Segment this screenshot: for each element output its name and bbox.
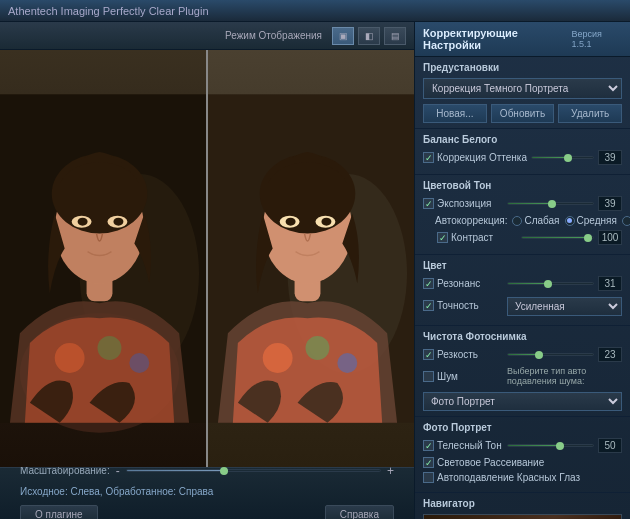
exposure-row: Экспозиция 39 bbox=[423, 196, 622, 211]
resonance-slider[interactable] bbox=[507, 282, 594, 285]
panel-title: Корректирующие Настройки bbox=[423, 27, 572, 51]
svg-point-8 bbox=[52, 154, 148, 234]
preset-buttons: Новая... Обновить Удалить bbox=[423, 104, 622, 123]
portrait-section: Фото Портрет Телесный Тон 50 Световое Ра… bbox=[415, 417, 630, 493]
autocorr-row: Автокоррекция: Слабая Средняя Сильная bbox=[423, 215, 622, 226]
exposure-slider[interactable] bbox=[507, 202, 594, 205]
contrast-row: Контраст 100 bbox=[423, 230, 622, 245]
processed-image bbox=[208, 50, 414, 467]
wb-checkbox-label[interactable]: Коррекция Оттенка bbox=[423, 152, 527, 163]
delete-preset-button[interactable]: Удалить bbox=[558, 104, 622, 123]
split-label: Исходное: Слева, Обработанное: Справа bbox=[20, 486, 213, 497]
precision-select[interactable]: Усиленная bbox=[507, 297, 622, 316]
contrast-checkbox-label[interactable]: Контраст bbox=[437, 232, 517, 243]
diffusion-label: Световое Рассеивание bbox=[437, 457, 544, 468]
wb-row: Коррекция Оттенка 39 bbox=[423, 150, 622, 165]
redeye-checkbox-label[interactable]: Автоподавление Красных Глаз bbox=[423, 472, 580, 483]
noise-checkbox[interactable] bbox=[423, 371, 434, 382]
color-title: Цвет bbox=[423, 260, 622, 271]
presets-title: Предустановки bbox=[423, 62, 622, 73]
clarity-title: Чистота Фотоснимка bbox=[423, 331, 622, 342]
noise-type-select[interactable]: Фото Портрет bbox=[423, 392, 622, 411]
contrast-label: Контраст bbox=[451, 232, 493, 243]
precision-row: Точность Усиленная bbox=[423, 295, 622, 316]
precision-checkbox[interactable] bbox=[423, 300, 434, 311]
svg-point-12 bbox=[113, 218, 123, 226]
display-mode-bar: Режим Отображения ▣ ◧ ▤ bbox=[0, 22, 414, 50]
diffusion-checkbox-label[interactable]: Световое Рассеивание bbox=[423, 457, 544, 468]
clarity-section: Чистота Фотоснимка Резкость 23 Шум Выбер… bbox=[415, 326, 630, 417]
wb-title: Баланс Белого bbox=[423, 134, 622, 145]
skin-tone-label: Телесный Тон bbox=[437, 440, 502, 451]
svg-point-11 bbox=[78, 218, 88, 226]
help-button[interactable]: Справка bbox=[325, 505, 394, 520]
rb-weak-label: Слабая bbox=[524, 215, 559, 226]
exposure-checkbox-label[interactable]: Экспозиция bbox=[423, 198, 503, 209]
sharpness-value: 23 bbox=[598, 347, 622, 362]
radio-medium[interactable]: Средняя bbox=[565, 215, 617, 226]
mode-btn-left[interactable]: ◧ bbox=[358, 27, 380, 45]
diffusion-checkbox[interactable] bbox=[423, 457, 434, 468]
redeye-row: Автоподавление Красных Глаз bbox=[423, 472, 622, 483]
autocorr-label: Автокоррекция: bbox=[435, 215, 507, 226]
svg-point-16 bbox=[306, 336, 330, 360]
radio-weak[interactable]: Слабая bbox=[512, 215, 559, 226]
noise-row: Шум Выберите тип авто подавления шума: bbox=[423, 366, 622, 386]
contrast-value: 100 bbox=[598, 230, 622, 245]
rb-medium[interactable] bbox=[565, 216, 575, 226]
svg-point-5 bbox=[129, 353, 149, 373]
ct-title: Цветовой Тон bbox=[423, 180, 622, 191]
redeye-label: Автоподавление Красных Глаз bbox=[437, 472, 580, 483]
footer-buttons: Исходное: Слева, Обработанное: Справа bbox=[20, 486, 394, 497]
exposure-label: Экспозиция bbox=[437, 198, 491, 209]
redeye-checkbox[interactable] bbox=[423, 472, 434, 483]
mode-btn-split[interactable]: ▣ bbox=[332, 27, 354, 45]
bottom-bar: Масштабирование: - + Исходное: Слева, Об… bbox=[0, 467, 414, 519]
image-panel: Режим Отображения ▣ ◧ ▤ bbox=[0, 22, 415, 519]
navigator-title: Навигатор bbox=[423, 498, 622, 509]
update-preset-button[interactable]: Обновить bbox=[491, 104, 555, 123]
mode-btn-right[interactable]: ▤ bbox=[384, 27, 406, 45]
resonance-checkbox[interactable] bbox=[423, 278, 434, 289]
exposure-checkbox[interactable] bbox=[423, 198, 434, 209]
title-label: Athentech Imaging Perfectly Clear Plugin bbox=[8, 5, 209, 17]
svg-point-4 bbox=[98, 336, 122, 360]
skin-tone-row: Телесный Тон 50 bbox=[423, 438, 622, 453]
color-tone-section: Цветовой Тон Экспозиция 39 Автокоррекция… bbox=[415, 175, 630, 255]
preset-select[interactable]: Коррекция Темного Портрета bbox=[423, 78, 622, 99]
skin-tone-checkbox[interactable] bbox=[423, 440, 434, 451]
about-plugin-button[interactable]: О плагине bbox=[20, 505, 98, 520]
precision-checkbox-label[interactable]: Точность bbox=[423, 300, 503, 311]
portrait-svg-left bbox=[0, 50, 206, 467]
rb-strong[interactable] bbox=[622, 216, 630, 226]
sharpness-label: Резкость bbox=[437, 349, 478, 360]
resonance-value: 31 bbox=[598, 276, 622, 291]
radio-strong[interactable]: Сильная bbox=[622, 215, 630, 226]
wb-label: Коррекция Оттенка bbox=[437, 152, 527, 163]
portrait-title: Фото Портрет bbox=[423, 422, 622, 433]
rb-weak[interactable] bbox=[512, 216, 522, 226]
image-area bbox=[0, 50, 414, 467]
precision-label: Точность bbox=[437, 300, 479, 311]
sharpness-slider[interactable] bbox=[507, 353, 594, 356]
resonance-row: Резонанс 31 bbox=[423, 276, 622, 291]
sharpness-checkbox[interactable] bbox=[423, 349, 434, 360]
skin-tone-slider[interactable] bbox=[507, 444, 594, 447]
wb-checkbox[interactable] bbox=[423, 152, 434, 163]
sharpness-checkbox-label[interactable]: Резкость bbox=[423, 349, 503, 360]
contrast-checkbox[interactable] bbox=[437, 232, 448, 243]
zoom-slider[interactable] bbox=[126, 469, 381, 472]
diffusion-row: Световое Рассеивание bbox=[423, 457, 622, 468]
resonance-checkbox-label[interactable]: Резонанс bbox=[423, 278, 503, 289]
new-preset-button[interactable]: Новая... bbox=[423, 104, 487, 123]
resonance-label: Резонанс bbox=[437, 278, 480, 289]
rb-medium-label: Средняя bbox=[577, 215, 617, 226]
color-section: Цвет Резонанс 31 Точность Усиленна bbox=[415, 255, 630, 326]
contrast-slider[interactable] bbox=[521, 236, 594, 239]
exposure-value: 39 bbox=[598, 196, 622, 211]
wb-slider[interactable] bbox=[531, 156, 594, 159]
noise-checkbox-label[interactable]: Шум bbox=[423, 371, 503, 382]
skin-tone-value: 50 bbox=[598, 438, 622, 453]
navigator-thumbnail[interactable] bbox=[423, 514, 622, 519]
skin-tone-checkbox-label[interactable]: Телесный Тон bbox=[423, 440, 503, 451]
